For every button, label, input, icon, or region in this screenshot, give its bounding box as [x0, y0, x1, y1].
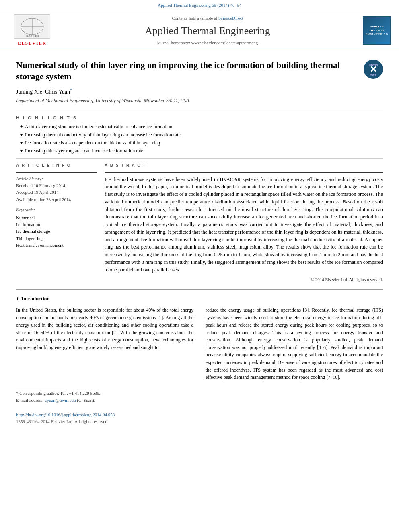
- highlights-label: H I G H L I G H T S: [16, 115, 383, 121]
- email-link[interactable]: cyuan@uwm.edu: [45, 398, 76, 403]
- svg-text:Mark: Mark: [370, 73, 376, 76]
- keyword-item: Heat transfer enhancement: [16, 242, 97, 249]
- doi-line[interactable]: http://dx.doi.org/10.1016/j.applthermale…: [16, 412, 383, 418]
- journal-icon-section: APPLIED THERMAL ENGINEERING: [359, 16, 391, 45]
- elsevier-image: ELSEVIER: [14, 14, 50, 39]
- authors: Junling Xie, Chris Yuan*: [16, 87, 383, 96]
- highlight-item: Increasing thermal conductivity of thin …: [20, 131, 383, 138]
- body-divider: [16, 289, 383, 290]
- abstract-divider-top: [105, 172, 383, 173]
- corresponding-note: * Corresponding author. Tel.: +1 414 229…: [16, 390, 383, 396]
- article-title: Numerical study of thin layer ring on im…: [16, 60, 360, 82]
- intro-col-right: reduce the energy usage of building oper…: [206, 306, 383, 384]
- copyright-line: © 2014 Elsevier Ltd. All rights reserved…: [105, 277, 383, 283]
- divider-1: [16, 111, 383, 111]
- keyword-item: Ice thermal storage: [16, 228, 97, 234]
- info-abstract-section: A R T I C L E I N F O Article history: R…: [16, 163, 383, 283]
- intro-col-left: In the United States, the building secto…: [16, 306, 193, 384]
- email-label: E-mail address:: [16, 398, 45, 403]
- journal-icon: APPLIED THERMAL ENGINEERING: [363, 16, 391, 45]
- doi-link[interactable]: http://dx.doi.org/10.1016/j.applthermale…: [16, 412, 115, 417]
- article-title-section: Numerical study of thin layer ring on im…: [16, 60, 383, 82]
- email-note: E-mail address: cyuan@uwm.edu (C. Yuan).: [16, 397, 383, 403]
- highlights-section: H I G H L I G H T S A thin layer ring st…: [16, 115, 383, 154]
- highlight-item: A thin layer ring structure is studied s…: [20, 123, 383, 130]
- accepted-date: Accepted 19 April 2014: [16, 189, 97, 195]
- crossmark-icon: ✕ Cross Mark: [364, 60, 383, 79]
- intro-heading: 1. Introduction: [16, 295, 383, 302]
- main-content: Numerical study of thin layer ring on im…: [0, 51, 399, 433]
- received-date: Received 10 February 2014: [16, 183, 97, 189]
- journal-title: Applied Thermal Engineering: [56, 24, 359, 38]
- divider-2: [16, 158, 383, 159]
- abstract-col: A B S T R A C T Ice thermal storage syst…: [105, 163, 383, 283]
- journal-citation: Applied Thermal Engineering 69 (2014) 46…: [158, 3, 241, 8]
- available-date: Available online 28 April 2014: [16, 197, 97, 203]
- issn-line: 1359-4311/© 2014 Elsevier Ltd. All right…: [16, 419, 383, 425]
- history-label: Article history:: [16, 176, 97, 182]
- affiliation: Department of Mechanical Engineering, Un…: [16, 97, 383, 104]
- keyword-item: Numerical: [16, 215, 97, 221]
- sciencedirect-link[interactable]: ScienceDirect: [218, 16, 243, 21]
- keywords-list: Numerical Ice formation Ice thermal stor…: [16, 215, 97, 249]
- elsevier-label: ELSEVIER: [18, 40, 47, 46]
- contents-line: Contents lists available at ScienceDirec…: [56, 15, 359, 21]
- svg-text:Cross: Cross: [369, 63, 378, 67]
- elsevier-logo-section: ELSEVIER ELSEVIER: [8, 14, 56, 46]
- highlight-item: Ice formation rate is also dependent on …: [20, 140, 383, 146]
- abstract-text: Ice thermal storage systems have been wi…: [105, 176, 383, 274]
- email-suffix: (C. Yuan).: [76, 398, 95, 403]
- keyword-item: Ice formation: [16, 222, 97, 228]
- author-note: *: [70, 88, 72, 92]
- intro-text-left: In the United States, the building secto…: [16, 306, 193, 351]
- keyword-item: Thin layer ring: [16, 236, 97, 242]
- article-info-col: A R T I C L E I N F O Article history: R…: [16, 163, 97, 283]
- journal-header: ELSEVIER ELSEVIER Contents lists availab…: [0, 10, 399, 51]
- top-bar: Applied Thermal Engineering 69 (2014) 46…: [0, 0, 399, 10]
- section-title: Introduction: [21, 296, 50, 302]
- section-num: 1.: [16, 296, 20, 302]
- svg-text:ELSEVIER: ELSEVIER: [25, 34, 39, 37]
- highlight-item: Increasing thin layer ring area can incr…: [20, 148, 383, 154]
- info-divider-top: [16, 172, 97, 173]
- intro-text-right: reduce the energy usage of building oper…: [206, 306, 383, 381]
- keywords-label: Keywords:: [16, 207, 97, 213]
- journal-center: Contents lists available at ScienceDirec…: [56, 15, 359, 46]
- journal-url: journal homepage: www.elsevier.com/locat…: [56, 40, 359, 46]
- intro-body: In the United States, the building secto…: [16, 306, 383, 384]
- abstract-label: A B S T R A C T: [105, 163, 383, 168]
- article-info-label: A R T I C L E I N F O: [16, 163, 97, 168]
- highlights-list: A thin layer ring structure is studied s…: [16, 123, 383, 154]
- footnote-divider: [16, 388, 64, 388]
